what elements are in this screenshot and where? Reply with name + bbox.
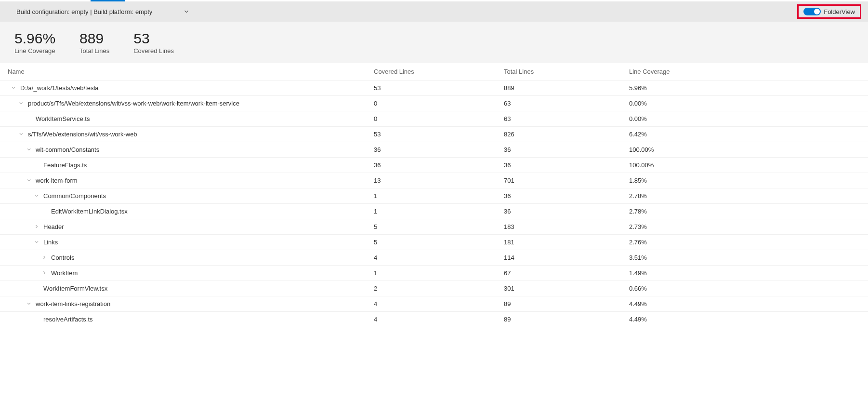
chevron-right-icon[interactable] — [41, 270, 48, 277]
row-line-coverage: 6.42% — [629, 131, 860, 138]
coverage-summary-metrics: 5.96% Line Coverage 889 Total Lines 53 C… — [0, 22, 868, 63]
row-covered-lines: 5 — [374, 239, 504, 246]
table-row[interactable]: work-item-form137011.85% — [0, 173, 868, 188]
row-name-cell: Links — [8, 239, 374, 246]
expand-placeholder — [34, 162, 40, 169]
row-total-lines: 63 — [504, 115, 629, 122]
chevron-down-icon[interactable] — [34, 193, 40, 200]
table-row[interactable]: product/s/Tfs/Web/extensions/wit/vss-wor… — [0, 96, 868, 111]
table-row[interactable]: WorkItemService.ts0630.00% — [0, 111, 868, 127]
row-line-coverage: 0.66% — [629, 285, 860, 292]
build-config-text: Build configuration: empty | Build platf… — [16, 8, 152, 15]
coverage-grid: Name Covered Lines Total Lines Line Cove… — [0, 63, 868, 327]
table-row[interactable]: WorkItemFormView.tsx23010.66% — [0, 281, 868, 296]
row-name-label: work-item-form — [36, 177, 78, 184]
row-covered-lines: 5 — [374, 223, 504, 230]
chevron-down-icon[interactable] — [26, 177, 33, 184]
chevron-down-icon[interactable] — [26, 147, 33, 153]
config-dropdown-chevron-icon[interactable] — [183, 8, 190, 15]
chevron-right-icon[interactable] — [41, 254, 48, 261]
row-covered-lines: 53 — [374, 131, 504, 138]
row-line-coverage: 0.00% — [629, 100, 860, 107]
row-covered-lines: 2 — [374, 285, 504, 292]
row-covered-lines: 53 — [374, 84, 504, 92]
row-line-coverage: 1.85% — [629, 177, 860, 184]
row-name-cell: Common/Components — [8, 192, 374, 200]
row-total-lines: 183 — [504, 223, 629, 230]
row-covered-lines: 4 — [374, 316, 504, 323]
row-line-coverage: 2.78% — [629, 192, 860, 200]
row-name-label: s/Tfs/Web/extensions/wit/vss-work-web — [28, 131, 137, 138]
row-covered-lines: 1 — [374, 269, 504, 277]
row-name-cell: WorkItemFormView.tsx — [8, 285, 374, 292]
metric-line-coverage-value: 5.96% — [14, 30, 55, 46]
col-name[interactable]: Name — [8, 68, 374, 75]
row-name-label: FeatureFlags.ts — [43, 161, 87, 169]
table-row[interactable]: Controls41143.51% — [0, 250, 868, 266]
row-name-label: Header — [43, 223, 64, 230]
table-row[interactable]: Links51812.76% — [0, 235, 868, 250]
chevron-down-icon[interactable] — [18, 100, 25, 107]
table-row[interactable]: work-item-links-registration4894.49% — [0, 296, 868, 312]
expand-placeholder — [26, 116, 33, 122]
row-name-label: Common/Components — [43, 192, 106, 200]
table-row[interactable]: Common/Components1362.78% — [0, 188, 868, 204]
table-row[interactable]: resolveArtifacts.ts4894.49% — [0, 312, 868, 327]
row-total-lines: 67 — [504, 269, 629, 277]
table-row[interactable]: s/Tfs/Web/extensions/wit/vss-work-web538… — [0, 127, 868, 142]
metric-covered-lines-value: 53 — [133, 30, 174, 46]
row-line-coverage: 5.96% — [629, 84, 860, 92]
row-total-lines: 181 — [504, 239, 629, 246]
chevron-down-icon[interactable] — [34, 239, 40, 246]
metric-total-lines: 889 Total Lines — [79, 30, 109, 54]
col-covered-lines[interactable]: Covered Lines — [374, 68, 504, 75]
folder-view-toggle[interactable] — [803, 8, 821, 15]
chevron-down-icon[interactable] — [11, 85, 17, 92]
row-name-cell: s/Tfs/Web/extensions/wit/vss-work-web — [8, 131, 374, 138]
row-name-label: EditWorkItemLinkDialog.tsx — [51, 208, 128, 215]
row-covered-lines: 0 — [374, 100, 504, 107]
row-name-cell: D:/a/_work/1/tests/web/tesla — [8, 84, 374, 92]
expand-placeholder — [34, 316, 40, 323]
row-name-label: WorkItem — [51, 269, 78, 277]
active-tab-indicator — [0, 0, 868, 1]
row-covered-lines: 36 — [374, 161, 504, 169]
table-row[interactable]: FeatureFlags.ts3636100.00% — [0, 158, 868, 173]
metric-total-lines-value: 889 — [79, 30, 109, 46]
row-line-coverage: 2.73% — [629, 223, 860, 230]
folder-view-label: FolderView — [824, 8, 855, 15]
row-total-lines: 89 — [504, 300, 629, 307]
folder-view-toggle-container: FolderView — [797, 4, 861, 19]
table-row[interactable]: EditWorkItemLinkDialog.tsx1362.78% — [0, 204, 868, 219]
col-line-coverage[interactable]: Line Coverage — [629, 68, 860, 75]
chevron-right-icon[interactable] — [34, 224, 40, 230]
row-line-coverage: 0.00% — [629, 115, 860, 122]
row-total-lines: 301 — [504, 285, 629, 292]
row-name-label: Links — [43, 239, 58, 246]
chevron-down-icon[interactable] — [18, 131, 25, 138]
row-name-cell: work-item-links-registration — [8, 300, 374, 307]
row-name-cell: resolveArtifacts.ts — [8, 316, 374, 323]
table-row[interactable]: WorkItem1671.49% — [0, 266, 868, 281]
row-total-lines: 63 — [504, 100, 629, 107]
row-line-coverage: 2.76% — [629, 239, 860, 246]
build-config-bar: Build configuration: empty | Build platf… — [0, 1, 868, 22]
row-line-coverage: 4.49% — [629, 300, 860, 307]
row-line-coverage: 4.49% — [629, 316, 860, 323]
expand-placeholder — [34, 285, 40, 292]
row-line-coverage: 100.00% — [629, 161, 860, 169]
row-name-label: Controls — [51, 254, 74, 261]
row-name-label: D:/a/_work/1/tests/web/tesla — [20, 84, 99, 92]
col-total-lines[interactable]: Total Lines — [504, 68, 629, 75]
row-total-lines: 826 — [504, 131, 629, 138]
chevron-down-icon[interactable] — [26, 301, 33, 307]
row-covered-lines: 4 — [374, 254, 504, 261]
row-covered-lines: 1 — [374, 192, 504, 200]
row-covered-lines: 0 — [374, 115, 504, 122]
table-row[interactable]: Header51832.73% — [0, 219, 868, 235]
row-name-label: product/s/Tfs/Web/extensions/wit/vss-wor… — [28, 100, 239, 107]
table-row[interactable]: wit-common/Constants3636100.00% — [0, 142, 868, 158]
row-line-coverage: 3.51% — [629, 254, 860, 261]
row-name-cell: WorkItem — [8, 269, 374, 277]
table-row[interactable]: D:/a/_work/1/tests/web/tesla538895.96% — [0, 80, 868, 96]
